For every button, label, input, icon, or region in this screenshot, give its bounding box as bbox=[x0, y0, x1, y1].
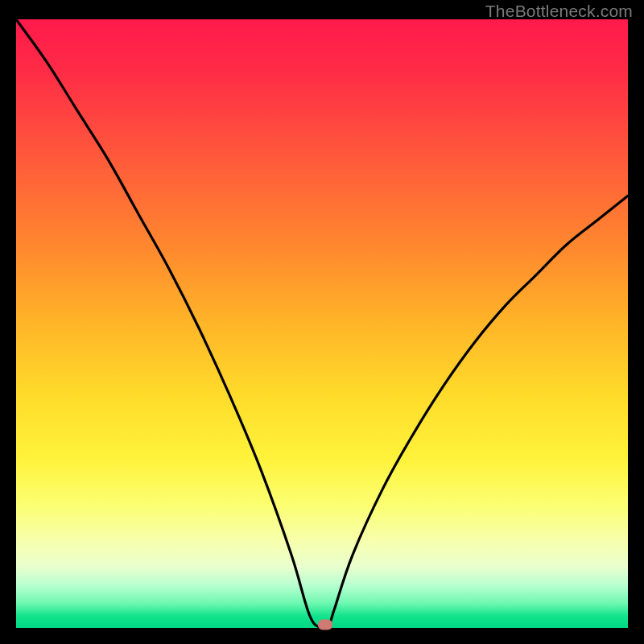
chart-frame: TheBottleneck.com bbox=[0, 0, 644, 644]
bottleneck-curve bbox=[16, 19, 628, 628]
watermark-text: TheBottleneck.com bbox=[485, 2, 633, 21]
minimum-marker bbox=[318, 620, 332, 630]
curve-svg bbox=[16, 19, 628, 628]
plot-area bbox=[16, 19, 628, 628]
